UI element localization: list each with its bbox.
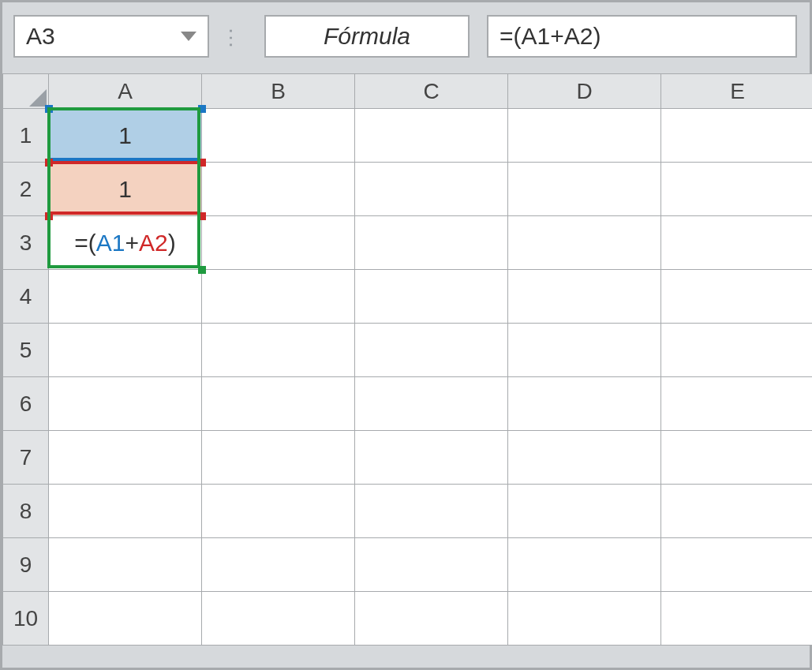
row-header-4[interactable]: 4 — [3, 270, 49, 324]
cell-A4[interactable] — [49, 270, 202, 324]
row-header-9[interactable]: 9 — [3, 538, 49, 592]
col-header-E[interactable]: E — [661, 74, 813, 109]
table-row: 6 — [3, 377, 813, 431]
col-label: C — [423, 79, 439, 103]
table-row: 3 =(A1+A2) — [3, 216, 813, 270]
cell-C10[interactable] — [355, 592, 508, 646]
row-label: 3 — [20, 230, 32, 255]
cell-B3[interactable] — [202, 216, 355, 270]
cell-C2[interactable] — [355, 163, 508, 216]
cell-D4[interactable] — [508, 270, 661, 324]
cell-B5[interactable] — [202, 324, 355, 377]
cell-E9[interactable] — [661, 538, 813, 592]
col-header-C[interactable]: C — [355, 74, 508, 109]
sheet-table: A B C D E 1 1 2 1 — [2, 73, 812, 646]
table-row: 5 — [3, 324, 813, 377]
cell-D7[interactable] — [508, 431, 661, 485]
cell-A5[interactable] — [49, 324, 202, 377]
cell-E4[interactable] — [661, 270, 813, 324]
cell-E6[interactable] — [661, 377, 813, 431]
cell-A8[interactable] — [49, 485, 202, 538]
row-label: 8 — [20, 499, 32, 523]
cell-D6[interactable] — [508, 377, 661, 431]
cell-E10[interactable] — [661, 592, 813, 646]
row-header-6[interactable]: 6 — [3, 377, 49, 431]
formula-bar-value: =(A1+A2) — [500, 23, 601, 50]
formula-token-ref1: A1 — [96, 230, 125, 256]
cell-E5[interactable] — [661, 324, 813, 377]
col-header-B[interactable]: B — [202, 74, 355, 109]
cell-C8[interactable] — [355, 485, 508, 538]
row-header-7[interactable]: 7 — [3, 431, 49, 485]
col-header-A[interactable]: A — [49, 74, 202, 109]
cell-A2[interactable]: 1 — [49, 163, 202, 216]
name-box-value: A3 — [26, 23, 55, 50]
cell-value: 1 — [118, 176, 132, 202]
formula-token-ref2: A2 — [139, 230, 168, 256]
select-all-triangle-icon — [29, 89, 47, 107]
row-label: 5 — [20, 338, 32, 362]
cell-A1[interactable]: 1 — [49, 109, 202, 163]
cell-D10[interactable] — [508, 592, 661, 646]
cell-C9[interactable] — [355, 538, 508, 592]
cell-B8[interactable] — [202, 485, 355, 538]
cell-A9[interactable] — [49, 538, 202, 592]
cell-E7[interactable] — [661, 431, 813, 485]
cell-B10[interactable] — [202, 592, 355, 646]
vertical-dots-icon[interactable]: … — [209, 24, 264, 49]
cell-A10[interactable] — [49, 592, 202, 646]
cell-B4[interactable] — [202, 270, 355, 324]
cell-D1[interactable] — [508, 109, 661, 163]
table-row: 8 — [3, 485, 813, 538]
row-header-2[interactable]: 2 — [3, 163, 49, 216]
cell-C4[interactable] — [355, 270, 508, 324]
row-header-1[interactable]: 1 — [3, 109, 49, 163]
cell-D9[interactable] — [508, 538, 661, 592]
cell-C6[interactable] — [355, 377, 508, 431]
row-label: 1 — [20, 123, 32, 148]
table-row: 2 1 — [3, 163, 813, 216]
formula-token-suffix: ) — [168, 230, 176, 256]
cell-D5[interactable] — [508, 324, 661, 377]
cell-A3[interactable]: =(A1+A2) — [49, 216, 202, 270]
cell-B2[interactable] — [202, 163, 355, 216]
cell-E3[interactable] — [661, 216, 813, 270]
cell-A6[interactable] — [49, 377, 202, 431]
col-header-D[interactable]: D — [508, 74, 661, 109]
row-header-3[interactable]: 3 — [3, 216, 49, 270]
formula-label-text: Fórmula — [324, 23, 410, 50]
cell-B6[interactable] — [202, 377, 355, 431]
cell-E8[interactable] — [661, 485, 813, 538]
cell-C1[interactable] — [355, 109, 508, 163]
chevron-down-icon[interactable] — [181, 32, 196, 41]
cell-E1[interactable] — [661, 109, 813, 163]
cell-A7[interactable] — [49, 431, 202, 485]
row-label: 10 — [13, 606, 38, 631]
cell-B1[interactable] — [202, 109, 355, 163]
cell-D3[interactable] — [508, 216, 661, 270]
formula-bar[interactable]: =(A1+A2) — [487, 15, 797, 58]
table-row: 1 1 — [3, 109, 813, 163]
row-header-8[interactable]: 8 — [3, 485, 49, 538]
row-header-10[interactable]: 10 — [3, 592, 49, 646]
cell-C5[interactable] — [355, 324, 508, 377]
cell-E2[interactable] — [661, 163, 813, 216]
select-all-corner[interactable] — [3, 74, 49, 109]
column-header-row: A B C D E — [3, 74, 813, 109]
row-header-5[interactable]: 5 — [3, 324, 49, 377]
table-row: 7 — [3, 431, 813, 485]
cell-D2[interactable] — [508, 163, 661, 216]
cell-B7[interactable] — [202, 431, 355, 485]
formula-token-op: + — [125, 230, 139, 256]
cell-D8[interactable] — [508, 485, 661, 538]
row-label: 9 — [20, 552, 32, 577]
name-box[interactable]: A3 — [13, 15, 209, 58]
cell-C7[interactable] — [355, 431, 508, 485]
row-label: 2 — [20, 177, 32, 201]
table-row: 10 — [3, 592, 813, 646]
row-label: 7 — [20, 445, 32, 470]
cell-B9[interactable] — [202, 538, 355, 592]
cell-C3[interactable] — [355, 216, 508, 270]
formula-token-prefix: =( — [74, 230, 96, 256]
spreadsheet-grid: A B C D E 1 1 2 1 — [2, 73, 810, 646]
